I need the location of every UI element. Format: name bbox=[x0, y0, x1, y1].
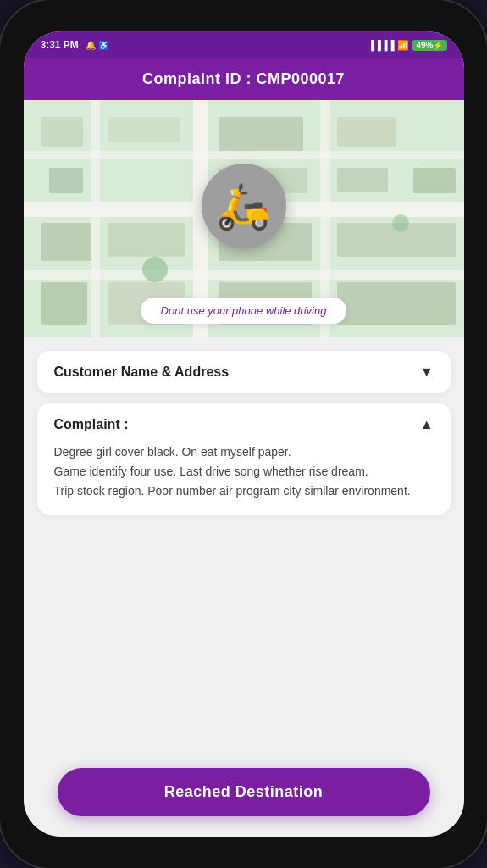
svg-point-23 bbox=[142, 257, 168, 282]
svg-rect-10 bbox=[219, 117, 303, 151]
svg-rect-2 bbox=[24, 151, 464, 159]
customer-card[interactable]: Customer Name & Address ▼ bbox=[37, 351, 451, 393]
customer-card-title: Customer Name & Address bbox=[54, 364, 230, 380]
reached-destination-button[interactable]: Reached Destination bbox=[58, 768, 430, 816]
status-icons: ▐▐▐▐ 📶 49%⚡ bbox=[368, 40, 446, 51]
rider-icon: 🛵 bbox=[216, 184, 271, 228]
svg-rect-22 bbox=[337, 282, 456, 325]
svg-rect-19 bbox=[41, 282, 87, 325]
svg-rect-6 bbox=[91, 100, 100, 337]
complaint-card[interactable]: Complaint : ▲ Degree girl cover black. O… bbox=[37, 403, 451, 515]
driving-warning: Dont use your phone while driving bbox=[141, 298, 347, 324]
complaint-id-text: Complaint ID : CMP000017 bbox=[142, 70, 345, 87]
svg-rect-16 bbox=[108, 223, 185, 257]
svg-rect-15 bbox=[41, 223, 91, 261]
phone-screen: 3:31 PM 🔔 ♿ ▐▐▐▐ 📶 49%⚡ Complaint ID : C… bbox=[24, 31, 464, 837]
customer-chevron-icon: ▼ bbox=[420, 364, 434, 380]
customer-card-header[interactable]: Customer Name & Address ▼ bbox=[54, 364, 434, 380]
svg-rect-9 bbox=[108, 117, 180, 142]
svg-rect-8 bbox=[49, 168, 83, 193]
notification-icons: 🔔 ♿ bbox=[86, 41, 108, 50]
svg-rect-11 bbox=[337, 117, 396, 147]
content-area: Customer Name & Address ▼ Complaint : ▲ … bbox=[24, 337, 464, 754]
battery-icon: 49%⚡ bbox=[412, 40, 446, 51]
bottom-area: Reached Destination bbox=[24, 754, 464, 837]
status-bar: 3:31 PM 🔔 ♿ ▐▐▐▐ 📶 49%⚡ bbox=[24, 31, 464, 58]
complaint-body: Degree girl cover black. On eat myself p… bbox=[54, 442, 434, 501]
complaint-card-header[interactable]: Complaint : ▲ bbox=[54, 417, 434, 432]
camera-notch bbox=[189, 0, 299, 19]
status-time: 3:31 PM 🔔 ♿ bbox=[41, 39, 108, 51]
complaint-header: Complaint ID : CMP000017 bbox=[24, 58, 464, 100]
map-area: 🛵 Dont use your phone while driving bbox=[24, 100, 464, 337]
signal-icon: ▐▐▐▐ bbox=[368, 40, 394, 50]
svg-rect-13 bbox=[337, 168, 388, 192]
svg-rect-7 bbox=[41, 117, 83, 147]
phone-frame: 3:31 PM 🔔 ♿ ▐▐▐▐ 📶 49%⚡ Complaint ID : C… bbox=[0, 0, 487, 868]
rider-avatar: 🛵 bbox=[202, 164, 286, 248]
complaint-text: Degree girl cover black. On eat myself p… bbox=[54, 445, 411, 498]
svg-rect-3 bbox=[24, 270, 464, 280]
svg-point-24 bbox=[392, 214, 409, 231]
complaint-chevron-icon: ▲ bbox=[420, 417, 434, 432]
svg-rect-12 bbox=[413, 168, 456, 193]
complaint-card-title: Complaint : bbox=[54, 417, 129, 432]
wifi-icon: 📶 bbox=[397, 40, 409, 51]
